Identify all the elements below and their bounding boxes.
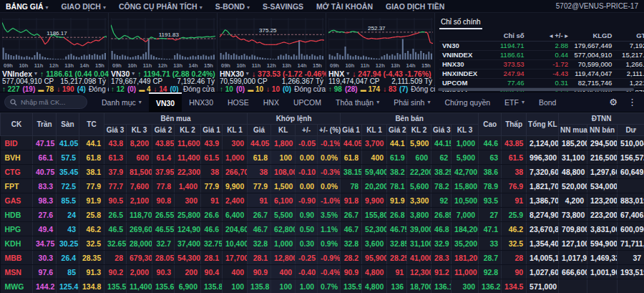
cell-match-kl[interactable]: 100 [271,279,296,293]
cell-tong-kl[interactable]: 996,300 [527,150,559,165]
cell-buy-gia2[interactable]: 77.8 [152,179,175,193]
cell-sell-kl3[interactable]: 181,200 [452,251,479,265]
cell-buy-gia3[interactable]: 46.5 [104,222,127,236]
cell-tong-kl[interactable]: 1,821,700 [527,179,559,193]
cell-ticker[interactable]: BID [1,136,33,150]
cell-nn-mua[interactable]: 48,800 [559,165,587,179]
cell-sell-kl3[interactable]: 300 [452,279,479,293]
index-panel-scrollbar[interactable] [438,88,634,91]
cell-sell-kl2[interactable]: 3,800 [407,208,431,222]
cell-nn-ban[interactable]: 594,900 [587,236,618,251]
tab-chi-so-chinh[interactable]: Chỉ số chính [439,16,482,29]
cell-nn-ban[interactable]: 294,500 [587,136,618,150]
cell-tc[interactable]: 28.35 [79,251,104,265]
cell-sell-gia2[interactable]: 28.25 [387,251,407,265]
cell-du[interactable] [618,179,644,193]
menu-item-b-ng-gi-[interactable]: BẢNG GIÁ▾ [6,2,49,11]
cell-san[interactable]: 43 [57,222,79,236]
cell-du[interactable]: 60,649,976 [618,165,644,179]
cell-sell-gia2[interactable]: 78.1 [387,179,407,193]
cell-sell-gia3[interactable]: 26.85 [431,208,452,222]
cell-cao[interactable]: 63 [479,150,502,165]
cell-buy-gia1[interactable]: 46.6 [201,222,223,236]
cell-buy-kl1[interactable]: 10,400 [223,236,248,251]
cell-match-kl[interactable]: 62,800 [271,222,296,236]
cell-match-kl[interactable]: 6,100 [271,193,296,208]
cell-match-change[interactable]: -0.90 [296,193,318,208]
cell-nn-mua[interactable]: 31,100 [559,150,587,165]
cell-buy-kl2[interactable]: 25,800 [175,208,201,222]
board-tab-hnx[interactable]: HNX [256,92,286,112]
cell-sell-kl2[interactable]: 18,700 [407,279,431,293]
cell-san[interactable]: 24 [57,208,79,222]
cell-tong-kl[interactable]: 1,386,700 [527,193,559,208]
cell-ticker[interactable]: BVH [1,150,33,165]
cell-sell-gia1[interactable]: 78 [341,179,362,193]
cell-match-change-pct[interactable]: -0.9% [318,251,341,265]
cell-match-change[interactable]: 0.00 [296,150,318,165]
cell-tran[interactable]: 97.6 [33,265,57,279]
board-tab-hnx30[interactable]: HNX30 [182,92,220,112]
cell-tong-kl[interactable]: 1,354,400 [527,236,559,251]
cell-tran[interactable]: 98.3 [33,193,57,208]
cell-cao[interactable]: 78.9 [479,179,502,193]
cell-match-change[interactable]: -0.05 [296,136,318,150]
index-col-header[interactable] [439,31,483,41]
cell-match-gia[interactable]: 28.1 [248,251,271,265]
cell-cao[interactable]: 136.2 [479,279,502,293]
cell-match-change[interactable]: -0.10 [296,165,318,179]
cell-buy-gia2[interactable]: 90.8 [152,193,175,208]
cell-du[interactable]: 510,004,721 [618,136,644,150]
cell-buy-kl1[interactable]: 266,700 [223,165,248,179]
cell-buy-kl1[interactable]: 204,600 [223,222,248,236]
cell-ticker[interactable]: HDB [1,208,33,222]
cell-nn-mua[interactable]: 73,800 [559,208,587,222]
cell-sell-gia1[interactable]: 90.9 [341,265,362,279]
cell-match-kl[interactable]: 108,000 [271,165,296,179]
index-name-dropdown[interactable]: VNIndex [2,69,32,78]
cell-sell-kl1[interactable]: 95,900 [362,251,387,265]
cell-du[interactable]: 193,519,000 [618,265,644,279]
cell-ticker[interactable]: KDH [1,236,33,251]
cell-match-change-pct[interactable]: -0.4% [318,265,341,279]
cell-ticker[interactable]: CTG [1,165,33,179]
cell-match-change[interactable]: 0.50 [296,222,318,236]
cell-buy-kl1[interactable]: 17,700 [223,251,248,265]
cell-sell-kl3[interactable]: 15,800 [452,179,479,193]
cell-san[interactable]: 125.4 [57,279,79,293]
menu-item-c-ng-c-ph-n-t-ch[interactable]: CÔNG CỤ PHÂN TÍCH▾ [119,2,203,11]
cell-buy-gia2[interactable]: 46.55 [152,222,175,236]
cell-sell-kl2[interactable]: 5,900 [407,136,431,150]
cell-cao[interactable]: 33 [479,236,502,251]
cell-tran[interactable]: 27.6 [33,208,57,222]
cell-ticker[interactable]: FPT [1,179,33,193]
cell-tc[interactable]: 46.2 [79,222,104,236]
cell-buy-gia1[interactable]: 77.9 [201,179,223,193]
cell-cao[interactable]: 44.6 [479,136,502,150]
cell-buy-gia3[interactable]: 37.9 [104,165,127,179]
cell-nn-mua[interactable]: 127,100 [559,236,587,251]
index-row-vn30[interactable]: VN301194.712.88179,667,4497,192.46↑ 12▬ … [439,41,644,50]
cell-nn-ban[interactable]: 1,469,324 [587,251,618,265]
cell-cao[interactable]: 47.1 [479,222,502,236]
index-row-vnindex[interactable]: VNINDEX1186.610.44577,004,91015,217.098↑… [439,50,644,59]
cell-tran[interactable]: 40.75 [33,165,57,179]
index-name-dropdown[interactable]: VN30 [111,69,130,78]
cell-match-kl[interactable]: 5,500 [271,208,296,222]
cell-sell-kl3[interactable]: 5,900 [452,150,479,165]
cell-buy-kl3[interactable]: 118,700 [127,208,152,222]
cell-buy-kl2[interactable]: 37,400 [175,236,201,251]
cell-match-gia[interactable]: 61.8 [248,150,271,165]
index-row-hnxindex[interactable]: HNXINDEX247.94-4.43119,474,0472,111.509↑… [439,69,644,78]
cell-match-kl[interactable]: 1,500 [271,179,296,193]
cell-sell-kl1[interactable]: 59,400 [362,165,387,179]
cell-nn-ban[interactable]: 123,200 [587,193,618,208]
cell-nn-ban[interactable]: 223,200 [587,208,618,222]
cell-match-change[interactable]: 0.30 [296,236,318,251]
cell-buy-kl2[interactable]: 11,400 [175,150,201,165]
cell-sell-gia3[interactable]: 136.1 [431,279,452,293]
cell-sell-gia2[interactable]: 91 [387,265,407,279]
cell-buy-kl2[interactable]: 124,900 [175,222,201,236]
cell-match-kl[interactable]: 100 [271,150,296,165]
cell-san[interactable]: 41.05 [57,136,79,150]
